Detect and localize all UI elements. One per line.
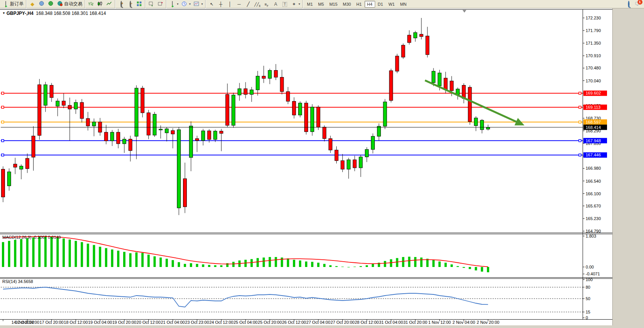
text-label-button[interactable]: T	[280, 0, 289, 8]
svg-text:18 Oct 12:00: 18 Oct 12:00	[64, 320, 88, 325]
svg-text:1.803: 1.803	[586, 234, 596, 238]
horizontal-line-icon: ─	[236, 1, 242, 7]
zoom-out-button[interactable]: −	[126, 0, 135, 8]
tile-windows-button[interactable]	[135, 0, 144, 8]
symbol-timeframe-label: GBPJPY-,H4	[6, 11, 34, 16]
new-chart-button[interactable]: +▾	[168, 0, 180, 8]
svg-text:170.040: 170.040	[586, 79, 601, 83]
arrows-button[interactable]: ✦▾	[289, 0, 302, 8]
search-icon[interactable]	[626, 1, 632, 7]
line-chart-icon	[106, 1, 112, 7]
svg-text:50: 50	[586, 296, 590, 301]
line-chart-button[interactable]	[105, 0, 114, 8]
templates-button[interactable]: ▾	[192, 0, 204, 8]
text-button[interactable]: A	[271, 0, 280, 8]
vertical-line-icon: │	[227, 1, 233, 7]
svg-text:31 Oct 20:00: 31 Oct 20:00	[403, 320, 427, 325]
svg-text:166.540: 166.540	[586, 179, 601, 183]
svg-text:2 Nov 04:00: 2 Nov 04:00	[453, 320, 475, 325]
svg-text:0.00: 0.00	[586, 265, 594, 269]
toolbar-group-tools: ↖┼│─╱╱╱E≡FAT✦▾	[206, 0, 303, 8]
profiles-button[interactable]: ▾	[180, 0, 192, 8]
bar-chart-button[interactable]	[87, 0, 96, 8]
profiles-icon	[181, 1, 188, 7]
svg-text:20 Oct 12:00: 20 Oct 12:00	[137, 320, 161, 325]
svg-text:170.910: 170.910	[586, 53, 601, 58]
profile-button[interactable]	[37, 0, 46, 8]
timeframe-d1-button[interactable]: D1	[375, 1, 386, 8]
svg-text:-0.4071: -0.4071	[586, 272, 600, 276]
templates-icon	[194, 1, 200, 7]
dropdown-arrow-icon[interactable]: ▾	[177, 2, 178, 6]
svg-text:17 Oct 04:00: 17 Oct 04:00	[15, 320, 39, 325]
auto-trading-label: 自动交易	[64, 1, 82, 7]
candlestick-chart-icon	[97, 1, 103, 7]
tile-windows-icon	[137, 1, 143, 7]
trendline-button[interactable]: ╱	[244, 0, 253, 8]
new-chart-icon: +	[169, 1, 175, 7]
main-toolbar: +新订单◆自动交易+−+▾▾▾↖┼│─╱╱╱E≡FAT✦▾M1M5M15M30H…	[0, 0, 644, 8]
auto-scroll-button[interactable]	[147, 0, 156, 8]
auto-trading-button[interactable]: 自动交易	[55, 0, 84, 8]
toolbar-group-timeframes: M1M5M15M30H1H4D1W1MN	[303, 0, 410, 8]
crosshair-icon: ┼	[218, 1, 224, 7]
svg-text:169.602: 169.602	[586, 91, 601, 95]
price-chart[interactable]: 172.230171.790171.350170.910170.480170.0…	[0, 0, 644, 328]
trendline-icon: ╱	[245, 1, 251, 7]
symbol-dropdown-icon[interactable]: ▼	[2, 11, 5, 15]
svg-text:23 Oct 23:00: 23 Oct 23:00	[185, 320, 209, 325]
timeframe-h4-button[interactable]: H4	[365, 1, 375, 8]
svg-text:80: 80	[586, 285, 590, 289]
pencil-gold-icon: ◆	[29, 1, 35, 7]
mt4-workspace: 172.230171.790171.350170.910170.480170.0…	[0, 0, 644, 328]
new-order-icon: +	[3, 1, 9, 7]
dropdown-arrow-icon[interactable]: ▾	[189, 2, 191, 6]
new-order-button[interactable]: +新订单	[1, 0, 25, 8]
zoom-in-button[interactable]: +	[117, 0, 126, 8]
svg-text:1 Nov 12:00: 1 Nov 12:00	[428, 320, 451, 325]
svg-text:25 Oct 04:00: 25 Oct 04:00	[234, 320, 258, 325]
cursor-button[interactable]: ↖	[207, 0, 216, 8]
svg-text:17 Oct 20:00: 17 Oct 20:00	[40, 320, 64, 325]
svg-text:171.350: 171.350	[586, 41, 601, 45]
timeframe-m30-button[interactable]: M30	[340, 1, 353, 8]
timeframe-mn-button[interactable]: MN	[397, 1, 409, 8]
notification-badge: 1	[638, 0, 642, 5]
chart-shift-button[interactable]	[156, 0, 165, 8]
vertical-line-button[interactable]: │	[225, 0, 234, 8]
channel-button[interactable]: ╱╱E	[253, 0, 262, 8]
macd-indicator-label: MACD(12,26,9) -0.3067 0.0149	[2, 235, 61, 240]
svg-text:27 Oct 04:00: 27 Oct 04:00	[306, 320, 330, 325]
candlestick-chart-button[interactable]	[96, 0, 105, 8]
svg-text:0: 0	[586, 315, 588, 320]
horizontal-line-button[interactable]: ─	[234, 0, 244, 8]
timeframe-m5-button[interactable]: M5	[315, 1, 326, 8]
svg-text:165.670: 165.670	[586, 204, 601, 208]
toolbar-group-zoom: +−	[115, 0, 145, 8]
timeframe-m15-button[interactable]: M15	[327, 1, 340, 8]
dropdown-arrow-icon[interactable]: ▾	[299, 2, 300, 6]
dropdown-arrow-icon[interactable]: ▾	[201, 2, 203, 6]
svg-text:171.790: 171.790	[586, 28, 601, 33]
timeframe-h1-button[interactable]: H1	[353, 1, 364, 8]
svg-text:26 Oct 12:00: 26 Oct 12:00	[282, 320, 306, 325]
svg-text:167.948: 167.948	[586, 138, 601, 143]
pencil-gold-button[interactable]: ◆	[28, 0, 37, 8]
svg-text:31 Oct 04:00: 31 Oct 04:00	[379, 320, 403, 325]
chart-shift-icon	[157, 1, 164, 7]
svg-text:25 Oct 20:00: 25 Oct 20:00	[258, 320, 282, 325]
signal-button[interactable]	[46, 0, 55, 8]
svg-text:167.446: 167.446	[586, 153, 601, 157]
crosshair-button[interactable]: ┼	[216, 0, 225, 8]
timeframe-w1-button[interactable]: W1	[386, 1, 398, 8]
chat-icon[interactable]: 🗨︎1	[634, 1, 640, 7]
profile-icon	[39, 1, 45, 7]
toolbar-group-order: +新订单	[0, 0, 26, 8]
toolbar-group-apps: ◆自动交易	[26, 0, 85, 8]
timeframe-m1-button[interactable]: M1	[304, 1, 315, 8]
svg-text:21 Oct 04:00: 21 Oct 04:00	[161, 320, 185, 325]
rsi-indicator-label: RSI(14) 34.5658	[2, 279, 33, 284]
time-axis[interactable]: 14 Oct 202217 Oct 04:0017 Oct 20:0018 Oc…	[3, 320, 499, 325]
fibonacci-button[interactable]: ≡F	[262, 0, 271, 8]
bar-chart-icon	[88, 1, 94, 7]
